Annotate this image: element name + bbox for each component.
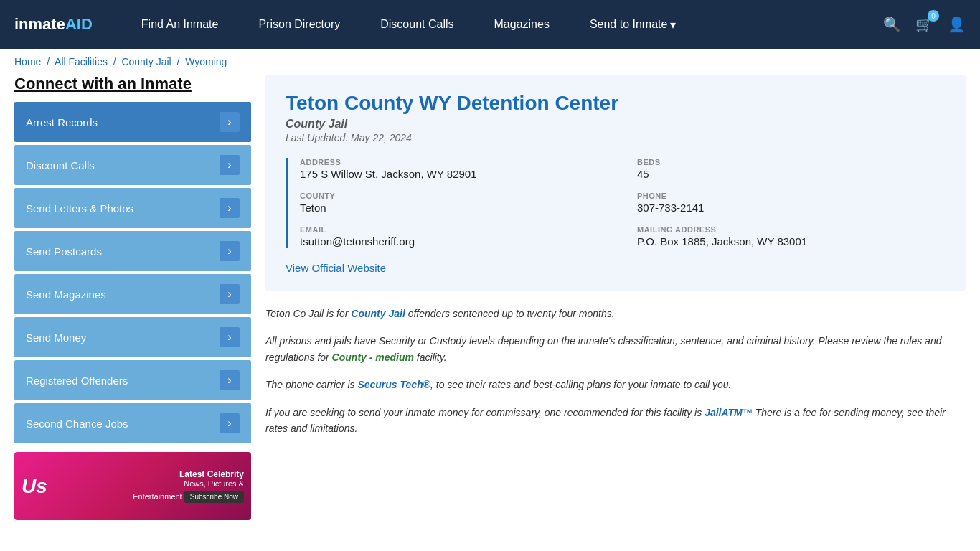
description-p1: Teton Co Jail is for County Jail offende… xyxy=(265,306,966,321)
breadcrumb-all-facilities[interactable]: All Facilities xyxy=(55,56,108,67)
sidebar-item-send-postcards[interactable]: Send Postcards › xyxy=(14,231,251,271)
sidebar-item-send-magazines[interactable]: Send Magazines › xyxy=(14,274,251,314)
description-p2: All prisons and jails have Security or C… xyxy=(265,333,966,365)
county-label: COUNTY xyxy=(300,192,608,200)
logo-text: inmateAID xyxy=(14,15,93,33)
description-p3: The phone carrier is Securus Tech®, to s… xyxy=(265,377,966,392)
sidebar-item-discount-calls[interactable]: Discount Calls › xyxy=(14,145,251,185)
beds-block: BEDS 45 xyxy=(637,158,946,180)
sidebar-item-label: Send Letters & Photos xyxy=(26,202,133,215)
nav-discount-calls[interactable]: Discount Calls xyxy=(360,0,473,49)
sidebar-item-arrest-records[interactable]: Arrest Records › xyxy=(14,102,251,142)
address-label: ADDRESS xyxy=(300,158,608,166)
sidebar: Connect with an Inmate Arrest Records › … xyxy=(14,75,251,520)
chevron-right-icon: › xyxy=(220,112,240,132)
nav-send-to-inmate[interactable]: Send to Inmate ▾ xyxy=(570,0,697,49)
sidebar-item-send-letters[interactable]: Send Letters & Photos › xyxy=(14,188,251,228)
main-content: Teton County WY Detention Center County … xyxy=(265,75,966,520)
phone-value: 307-733-2141 xyxy=(637,202,946,214)
sidebar-item-label: Second Chance Jobs xyxy=(26,418,128,430)
navbar: inmateAID Find An Inmate Prison Director… xyxy=(0,0,980,49)
dropdown-chevron-icon: ▾ xyxy=(670,18,676,32)
address-block: ADDRESS 175 S Willow St, Jackson, WY 829… xyxy=(300,158,608,180)
nav-magazines[interactable]: Magazines xyxy=(474,0,570,49)
navbar-links: Find An Inmate Prison Directory Discount… xyxy=(121,0,883,49)
phone-label: PHONE xyxy=(637,192,946,200)
chevron-right-icon: › xyxy=(220,284,240,304)
logo[interactable]: inmateAID xyxy=(14,15,93,34)
cart-badge: 0 xyxy=(928,10,939,22)
description: Teton Co Jail is for County Jail offende… xyxy=(265,306,966,436)
sidebar-item-label: Send Money xyxy=(26,331,86,344)
sidebar-item-label: Registered Offenders xyxy=(26,375,128,387)
mailing-value: P.O. Box 1885, Jackson, WY 83001 xyxy=(637,235,946,248)
description-p4: If you are seeking to send your inmate m… xyxy=(265,405,966,437)
ad-brand-logo: Us xyxy=(22,475,47,498)
official-website-link[interactable]: View Official Website xyxy=(286,262,386,274)
nav-find-inmate[interactable]: Find An Inmate xyxy=(121,0,239,49)
cart-icon[interactable]: 🛒 0 xyxy=(915,16,933,33)
county-value: Teton xyxy=(300,202,608,214)
info-grid: ADDRESS 175 S Willow St, Jackson, WY 829… xyxy=(286,158,946,248)
mailing-block: MAILING ADDRESS P.O. Box 1885, Jackson, … xyxy=(637,225,946,248)
phone-block: PHONE 307-733-2141 xyxy=(637,192,946,214)
chevron-right-icon: › xyxy=(220,155,240,175)
sidebar-item-second-chance-jobs[interactable]: Second Chance Jobs › xyxy=(14,403,251,443)
facility-card: Teton County WY Detention Center County … xyxy=(265,75,966,291)
user-icon[interactable]: 👤 xyxy=(948,16,966,33)
ad-subscribe-button[interactable]: Subscribe Now xyxy=(184,491,244,503)
county-medium-link[interactable]: County - medium xyxy=(332,352,414,363)
navbar-icons: 🔍 🛒 0 👤 xyxy=(883,16,966,33)
chevron-right-icon: › xyxy=(220,413,240,433)
beds-value: 45 xyxy=(637,168,946,180)
main-container: Connect with an Inmate Arrest Records › … xyxy=(0,75,980,534)
sidebar-item-label: Send Magazines xyxy=(26,288,106,301)
chevron-right-icon: › xyxy=(220,241,240,261)
sidebar-title: Connect with an Inmate xyxy=(14,75,251,93)
mailing-label: MAILING ADDRESS xyxy=(637,225,946,234)
ad-text: Latest Celebrity News, Pictures & Entert… xyxy=(133,469,244,503)
sidebar-item-registered-offenders[interactable]: Registered Offenders › xyxy=(14,360,251,400)
sidebar-ad[interactable]: Us Latest Celebrity News, Pictures & Ent… xyxy=(14,452,251,520)
beds-label: BEDS xyxy=(637,158,946,166)
nav-prison-directory[interactable]: Prison Directory xyxy=(238,0,360,49)
email-label: EMAIL xyxy=(300,225,608,234)
sidebar-item-send-money[interactable]: Send Money › xyxy=(14,317,251,357)
facility-type: County Jail xyxy=(286,118,946,131)
email-block: EMAIL tsutton@tetonsheriff.org xyxy=(300,225,608,248)
breadcrumb-home[interactable]: Home xyxy=(14,56,41,67)
chevron-right-icon: › xyxy=(220,370,240,390)
sidebar-menu: Arrest Records › Discount Calls › Send L… xyxy=(14,102,251,443)
securus-tech-link[interactable]: Securus Tech® xyxy=(357,379,430,390)
breadcrumb-county-jail[interactable]: County Jail xyxy=(121,56,171,67)
sidebar-item-label: Send Postcards xyxy=(26,245,102,258)
county-jail-link-1[interactable]: County Jail xyxy=(351,308,405,319)
breadcrumb: Home / All Facilities / County Jail / Wy… xyxy=(14,56,966,67)
county-block: COUNTY Teton xyxy=(300,192,608,214)
sidebar-item-label: Arrest Records xyxy=(26,116,98,128)
chevron-right-icon: › xyxy=(220,198,240,218)
search-icon[interactable]: 🔍 xyxy=(883,16,901,33)
chevron-right-icon: › xyxy=(220,327,240,347)
email-value: tsutton@tetonsheriff.org xyxy=(300,235,608,248)
address-value: 175 S Willow St, Jackson, WY 82901 xyxy=(300,168,608,180)
jailatm-link[interactable]: JailATM™ xyxy=(705,407,753,418)
breadcrumb-wyoming[interactable]: Wyoming xyxy=(185,56,227,67)
breadcrumb-bar: Home / All Facilities / County Jail / Wy… xyxy=(0,49,980,75)
sidebar-item-label: Discount Calls xyxy=(26,159,95,171)
facility-name: Teton County WY Detention Center xyxy=(286,92,946,115)
facility-updated: Last Updated: May 22, 2024 xyxy=(286,132,946,143)
